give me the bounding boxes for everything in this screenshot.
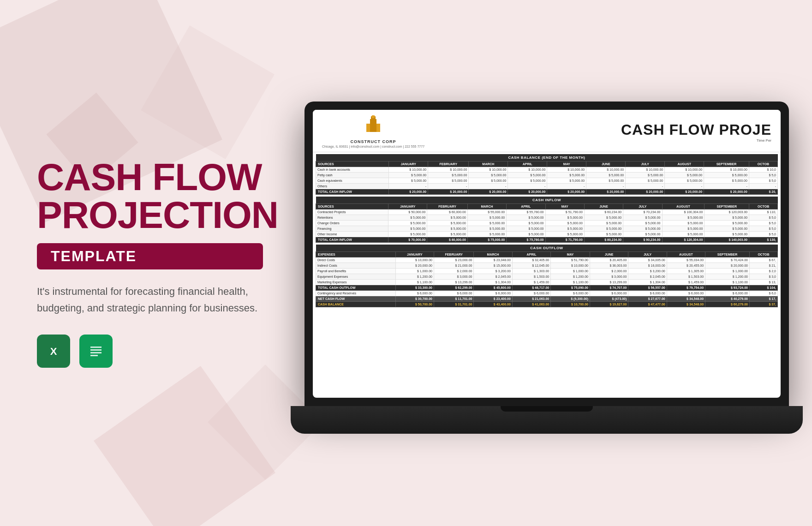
svg-rect-6 (90, 355, 98, 356)
laptop-body: CONSTRUCT CORP Chicago, IL 60631 | info@… (304, 102, 789, 406)
sheet-title: CASH FLOW PROJE (438, 121, 771, 138)
cash-balance-col-headers: SOURCES JANUARY FEBRUARY MARCH APRIL MAY… (316, 161, 778, 167)
file-icons-row: X (37, 335, 263, 368)
table-row: Cash in bank accounts $ 10,000.00$ 10,00… (316, 167, 778, 173)
svg-rect-2 (87, 342, 105, 360)
inflow-col-headers: SOURCES JANUARYFEBRUARYMARCH APRILMAYJUN… (316, 204, 778, 209)
company-details: Chicago, IL 60631 | info@construct.com |… (322, 145, 424, 148)
logo-area: CONSTRUCT CORP Chicago, IL 60631 | info@… (322, 115, 424, 148)
table-row: Direct Costs $ 10,000.00$ 23,000.00$ 23,… (316, 257, 778, 263)
table-row: Payroll and Benefits $ 1,000.00$ 2,000.0… (316, 269, 778, 274)
cash-inflow-table: CASH INFLOW SOURCES JANUARYFEBRUARYMARCH… (316, 197, 778, 243)
col-may: MAY (547, 161, 586, 167)
excel-icon[interactable]: X (37, 335, 70, 368)
main-title: CASH FLOW PROJECTION (37, 158, 263, 234)
time-period: Time Per (438, 138, 771, 143)
spreadsheet: CONSTRUCT CORP Chicago, IL 60631 | info@… (313, 110, 781, 398)
cash-outflow-header: CASH OUTFLOW (316, 245, 778, 252)
col-mar: MARCH (469, 161, 508, 167)
table-row: Indirect Costs $ 20,000.00$ 21,000.00$ 1… (316, 263, 778, 269)
cash-inflow-header: CASH INFLOW (316, 197, 778, 204)
svg-rect-3 (90, 347, 102, 348)
table-row: Other Income $ 5,000.00$ 5,000.00$ 5,000… (316, 232, 778, 237)
total-cash-inflow-row-1: TOTAL CASH INFLOW $ 20,000.00$ 20,000.00… (316, 189, 778, 195)
cash-outflow-table: CASH OUTFLOW EXPENSES JANUARYFEBRUARYMAR… (316, 245, 778, 307)
sheet-tables: CASH BALANCE (END OF THE MONTH) SOURCES … (313, 152, 781, 311)
svg-rect-9 (376, 124, 380, 132)
cash-balance-table: CASH BALANCE (END OF THE MONTH) SOURCES … (316, 154, 778, 195)
table-row: Financing $ 5,000.00$ 5,000.00$ 5,000.00… (316, 226, 778, 232)
col-jan: JANUARY (389, 161, 428, 167)
laptop-container: CONSTRUCT CORP Chicago, IL 60631 | info@… (304, 102, 789, 434)
col-sep: SEPTEMBER (704, 161, 749, 167)
col-feb: FEBRUARY (428, 161, 469, 167)
title-line2: PROJECTION (37, 194, 278, 236)
sheets-icon[interactable] (79, 335, 113, 368)
template-badge: TEMPLATE (37, 243, 263, 269)
cash-balance-header: CASH BALANCE (END OF THE MONTH) (316, 154, 778, 161)
table-row: Marketing Expenses $ 1,100.00$ 13,299.00… (316, 280, 778, 285)
net-cash-flow-row: NET CASH FLOW $ 30,700.00$ 11,701.00$ 23… (316, 296, 778, 302)
title-line1: CASH FLOW (37, 156, 262, 198)
table-row: Others --- --- --- - (316, 184, 778, 189)
table-row: Contracted Projects $ 50,000.00$ 60,000.… (316, 209, 778, 215)
outflow-col-headers: EXPENSES JANUARYFEBRUARYMARCH APRILMAYJU… (316, 252, 778, 257)
laptop-screen: CONSTRUCT CORP Chicago, IL 60631 | info@… (313, 110, 781, 398)
right-panel: CONSTRUCT CORP Chicago, IL 60631 | info@… (291, 0, 812, 526)
sheet-header: CONSTRUCT CORP Chicago, IL 60631 | info@… (313, 110, 781, 152)
table-row: Cash equivalents $ 5,000.00$ 5,000.00$ 5… (316, 178, 778, 184)
col-aug: AUGUST (665, 161, 704, 167)
table-row: Change Orders $ 5,000.00$ 5,000.00$ 5,00… (316, 221, 778, 226)
svg-rect-11 (372, 115, 375, 118)
table-row: Petty cash $ 5,000.00$ 5,000.00$ 5,000.0… (316, 173, 778, 178)
col-oct: OCTOB (749, 161, 777, 167)
description-text: It's instrumental for forecasting financ… (37, 283, 258, 316)
total-cash-inflow-row-2: TOTAL CASH INFLOW $ 70,000.00$ 80,000.00… (316, 237, 778, 243)
col-sources: SOURCES (316, 161, 389, 167)
col-jul: JULY (626, 161, 665, 167)
left-panel: CASH FLOW PROJECTION TEMPLATE It's instr… (0, 0, 291, 526)
cash-balance-section-label: CASH BALANCE (END OF THE MONTH) (316, 154, 778, 161)
cash-outflow-section-label: CASH OUTFLOW (316, 245, 778, 252)
col-jun: JUNE (586, 161, 626, 167)
total-cash-outflow-row: TOTAL CASH OUTFLOW $ 33,300.00$ 62,299.0… (316, 285, 778, 291)
company-logo (362, 115, 385, 138)
title-area: CASH FLOW PROJE Time Per (438, 121, 771, 143)
laptop-base (291, 406, 803, 434)
cash-balance-final-row: CASH BALANCE $ 50,700.00$ 31,701.00$ 43,… (316, 302, 778, 307)
table-row: Retentions $ 5,000.00$ 5,000.00$ 5,000.0… (316, 215, 778, 221)
svg-rect-7 (370, 119, 376, 132)
svg-text:X: X (50, 346, 57, 357)
contingency-row: Contingency and Reserves $ 6,000.00$ 6,0… (316, 291, 778, 296)
svg-rect-8 (366, 124, 370, 132)
svg-rect-4 (90, 349, 102, 351)
main-layout: CASH FLOW PROJECTION TEMPLATE It's instr… (0, 0, 812, 526)
cash-inflow-section-label: CASH INFLOW (316, 197, 778, 204)
col-apr: APRIL (508, 161, 547, 167)
company-name: CONSTRUCT CORP (351, 139, 396, 144)
svg-rect-5 (90, 352, 102, 353)
table-row: Equipment Expenses $ 1,200.00$ 3,000.00$… (316, 274, 778, 280)
